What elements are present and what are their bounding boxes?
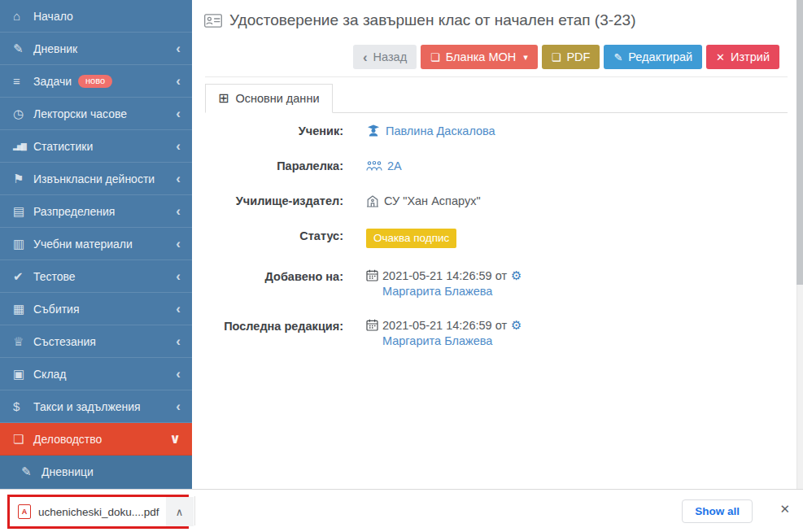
- blanka-mon-label: Бланка МОН: [446, 50, 516, 63]
- calendar-icon: [366, 319, 378, 331]
- pdf-button[interactable]: ❏ PDF: [542, 45, 600, 69]
- sidebar-item-tests[interactable]: ✔ Тестове ‹: [0, 260, 192, 293]
- sidebar-item-label: Извънкласни дейности: [33, 172, 155, 185]
- sidebar-item-label: Статистики: [33, 140, 93, 153]
- chevron-left-icon: ‹: [176, 237, 181, 251]
- school-value: СУ "Хан Аспарух": [384, 194, 481, 207]
- sidebar-item-learning-materials[interactable]: ▥ Учебни материали ‹: [0, 228, 192, 260]
- edited-by-link[interactable]: Маргарита Блажева: [382, 334, 492, 347]
- sidebar-item-label: Разпределения: [33, 205, 115, 218]
- sidebar-subitem-journals[interactable]: ✎ Дневници: [0, 456, 192, 488]
- blanka-mon-dropdown-button[interactable]: ❏ Бланка МОН ▾: [421, 45, 538, 69]
- chevron-up-icon[interactable]: ∧: [166, 497, 194, 526]
- tab-main-data[interactable]: ⊞ Основни данни: [205, 84, 333, 113]
- download-chip-highlight: A uchenicheski_doku....pdf ∧: [7, 495, 189, 529]
- sidebar-item-label: Деловодство: [33, 433, 102, 446]
- scrollbar-thumb[interactable]: [796, 0, 803, 285]
- sidebar-item-distributions[interactable]: ▤ Разпределения ‹: [0, 195, 192, 228]
- sidebar-item-lecture-hours[interactable]: ◷ Лекторски часове ‹: [0, 98, 192, 130]
- clock-icon: ◷: [13, 107, 33, 121]
- sidebar-item-journal[interactable]: ✎ Дневник ‹: [0, 33, 192, 65]
- delete-button-label: Изтрий: [731, 50, 770, 63]
- field-row-school: Училище-издател: СУ "Хан Аспарух": [205, 194, 788, 207]
- chevron-left-icon: ‹: [176, 399, 181, 413]
- page-title: Удостоверение за завършен клас от начале…: [204, 11, 636, 29]
- student-icon: [366, 124, 381, 137]
- field-label: Последна редакция:: [205, 319, 343, 347]
- status-badge: Очаква подпис: [366, 229, 456, 248]
- warehouse-icon: ▣: [13, 367, 33, 382]
- id-card-icon: [204, 14, 222, 28]
- field-row-student: Ученик: Павлина Даскалова: [205, 124, 788, 137]
- chevron-down-icon: ∨: [169, 432, 181, 446]
- edit-icon: ✎: [613, 52, 622, 63]
- tab-bar: ⊞ Основни данни: [205, 84, 788, 113]
- chevron-left-icon: ‹: [363, 50, 368, 64]
- chevron-left-icon: ‹: [176, 41, 181, 55]
- field-row-added: Добавено на: 2021-05-21 14:26:59 от ⚙ Ма…: [205, 269, 788, 298]
- running-icon: ⚑: [13, 172, 33, 186]
- delete-button[interactable]: ✕ Изтрий: [706, 45, 779, 69]
- downloaded-file-name: uchenicheski_doku....pdf: [38, 506, 159, 518]
- toolbar-divider: [205, 76, 788, 77]
- trophy-icon: ♕: [13, 334, 33, 349]
- sidebar-item-label: Начало: [33, 10, 73, 23]
- sidebar-item-fees[interactable]: $ Такси и задължения ‹: [0, 390, 192, 423]
- show-all-button[interactable]: Show all: [682, 499, 753, 523]
- chevron-left-icon: ‹: [176, 107, 181, 120]
- sidebar-item-label: Лекторски часове: [33, 107, 127, 120]
- sidebar-item-warehouse[interactable]: ▣ Склад ‹: [0, 358, 192, 390]
- field-row-edited: Последна редакция: 2021-05-21 14:26:59 о…: [205, 319, 788, 347]
- shelf-divider: [194, 496, 195, 525]
- field-label: Паралелка:: [205, 159, 343, 172]
- chevron-left-icon: ‹: [176, 172, 181, 185]
- field-row-class: Паралелка: 2А: [205, 159, 788, 172]
- document-icon: ❏: [13, 432, 33, 447]
- toolbar: ‹ Назад ❏ Бланка МОН ▾ ❏ PDF ✎ Редактира…: [353, 45, 779, 69]
- field-row-status: Статус: Очаква подпис: [205, 229, 788, 248]
- sidebar-item-tasks[interactable]: ≡ Задачи ново ‹: [0, 65, 192, 98]
- close-shelf-icon[interactable]: ✕: [779, 503, 790, 515]
- new-badge: ново: [78, 75, 112, 88]
- edit-icon: ✎: [13, 41, 33, 56]
- chevron-left-icon: ‹: [176, 204, 181, 218]
- money-icon: $: [13, 399, 33, 413]
- tasks-icon: ≡: [13, 74, 33, 88]
- school-icon: [366, 194, 379, 207]
- sidebar-item-label: Задачи: [33, 75, 72, 88]
- sidebar-item-home[interactable]: ⌂ Начало: [0, 0, 192, 33]
- added-date: 2021-05-21 14:26:59 от: [382, 269, 507, 282]
- sidebar-item-competitions[interactable]: ♕ Състезания ‹: [0, 325, 192, 358]
- edit-button-label: Редактирай: [628, 50, 692, 63]
- gear-icon: ⚙: [511, 269, 522, 281]
- student-link[interactable]: Павлина Даскалова: [386, 124, 495, 137]
- edit-button[interactable]: ✎ Редактирай: [604, 45, 702, 69]
- chevron-left-icon: ‹: [176, 367, 181, 381]
- sidebar-item-records-active[interactable]: ❏ Деловодство ∨: [0, 423, 192, 456]
- added-by-link[interactable]: Маргарита Блажева: [382, 285, 492, 298]
- sidebar-item-statistics[interactable]: ▂▅▇ Статистики ‹: [0, 130, 192, 163]
- calendar-icon: [366, 269, 378, 281]
- chevron-left-icon: ‹: [176, 302, 181, 316]
- class-link[interactable]: 2А: [387, 159, 402, 172]
- downloaded-file-chip[interactable]: A uchenicheski_doku....pdf ∧: [10, 497, 194, 526]
- sidebar-item-label: Дневници: [41, 465, 94, 478]
- gear-icon: ⚙: [511, 319, 522, 331]
- chart-icon: ▂▅▇: [13, 142, 33, 150]
- edited-date: 2021-05-21 14:26:59 от: [382, 319, 507, 332]
- document-details: Ученик: Павлина Даскалова Паралелка: 2А: [205, 124, 788, 368]
- sidebar-item-extracurricular[interactable]: ⚑ Извънкласни дейности ‹: [0, 163, 192, 195]
- sidebar-item-label: Събития: [33, 303, 80, 316]
- back-button[interactable]: ‹ Назад: [353, 45, 417, 69]
- chevron-left-icon: ‹: [176, 269, 181, 283]
- books-icon: ▥: [13, 237, 33, 251]
- group-icon: [366, 160, 382, 171]
- x-icon: ✕: [716, 52, 725, 63]
- home-icon: ⌂: [13, 9, 33, 23]
- file-pdf-icon: ❏: [430, 52, 440, 63]
- field-label: Статус:: [205, 229, 343, 248]
- spellcheck-icon: ✔: [13, 269, 33, 284]
- sidebar-item-events[interactable]: ▦ Събития ‹: [0, 293, 192, 325]
- sidebar-item-label: Учебни материали: [33, 238, 133, 251]
- field-label: Ученик:: [205, 124, 343, 137]
